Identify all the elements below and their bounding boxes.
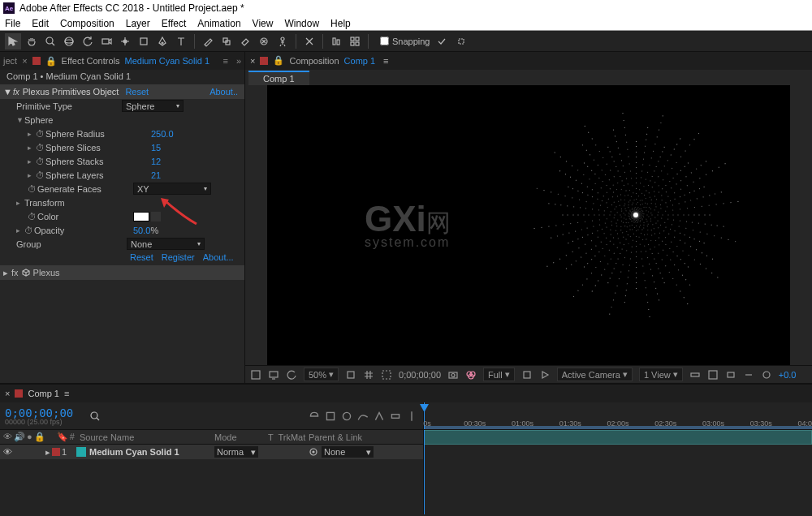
exposure-icon[interactable] bbox=[761, 369, 772, 381]
generate-faces-dropdown[interactable]: XY▾ bbox=[133, 183, 211, 195]
effect-header-plexus[interactable]: ▸ fx Plexus bbox=[0, 265, 244, 280]
composition-name[interactable]: Comp 1 bbox=[344, 56, 376, 66]
pixel-aspect-icon[interactable] bbox=[725, 369, 736, 381]
twirl-icon[interactable]: ▸ bbox=[16, 226, 24, 234]
clone-tool-icon[interactable] bbox=[218, 33, 235, 49]
stopwatch-icon[interactable]: ⏱ bbox=[24, 226, 34, 235]
pickwhip-icon[interactable] bbox=[309, 447, 318, 457]
ruler-icon[interactable] bbox=[689, 369, 701, 381]
fast-preview-icon[interactable] bbox=[743, 369, 754, 381]
hand-tool-icon[interactable] bbox=[24, 33, 40, 49]
mask-icon[interactable] bbox=[381, 369, 392, 381]
refresh-icon[interactable] bbox=[286, 369, 297, 381]
view-dropdown[interactable]: 1 View▾ bbox=[639, 368, 683, 381]
local-axis-icon[interactable] bbox=[301, 33, 317, 49]
frame-blend-icon[interactable] bbox=[324, 410, 337, 423]
timeline-track-area[interactable]: 0s00:30s01:00s01:30s02:00s02:30s03:00s03… bbox=[424, 402, 812, 514]
search-icon[interactable] bbox=[89, 411, 101, 422]
snap-extend-icon[interactable] bbox=[453, 33, 469, 49]
menu-help[interactable]: Help bbox=[330, 18, 351, 29]
layer-color-tag[interactable] bbox=[52, 448, 60, 456]
group-transform[interactable]: ▸ Transform bbox=[0, 196, 244, 209]
text-tool-icon[interactable] bbox=[173, 33, 189, 49]
track-rows[interactable] bbox=[424, 430, 812, 514]
menu-window[interactable]: Window bbox=[284, 18, 319, 29]
footer-reset-link[interactable]: Reset bbox=[130, 252, 153, 262]
puppet-tool-icon[interactable] bbox=[274, 33, 291, 49]
color-mgmt-icon[interactable] bbox=[465, 369, 477, 381]
camera-tool-icon[interactable] bbox=[98, 33, 114, 49]
snapping-checkbox[interactable] bbox=[380, 37, 389, 45]
parent-dropdown[interactable]: None▾ bbox=[322, 446, 374, 458]
effect-controls-tab-label[interactable]: Effect Controls bbox=[62, 56, 120, 66]
stopwatch-icon[interactable]: ⏱ bbox=[36, 129, 45, 139]
render-icon[interactable] bbox=[539, 369, 551, 381]
layer-name[interactable]: Medium Cyan Solid 1 bbox=[89, 447, 179, 457]
twirl-icon[interactable]: ▸ bbox=[45, 447, 50, 458]
twirl-icon[interactable]: ▸ bbox=[3, 268, 8, 278]
grid-toggle-icon[interactable] bbox=[363, 369, 374, 381]
primitive-type-dropdown[interactable]: Sphere▾ bbox=[122, 100, 184, 112]
brush-tool-icon[interactable] bbox=[200, 33, 216, 49]
color-swatch[interactable] bbox=[133, 212, 149, 221]
twirl-icon[interactable]: ▸ bbox=[28, 157, 36, 166]
draft3d-icon[interactable] bbox=[373, 410, 386, 423]
layer-color-swatch[interactable] bbox=[76, 447, 86, 457]
rotobrush-tool-icon[interactable] bbox=[256, 33, 272, 49]
blend-mode-dropdown[interactable]: Norma▾ bbox=[214, 446, 258, 458]
selection-tool-icon[interactable] bbox=[5, 33, 21, 49]
col-parent[interactable]: Parent & Link bbox=[309, 432, 423, 442]
footer-about-link[interactable]: About... bbox=[203, 252, 234, 262]
about-link[interactable]: About.. bbox=[209, 87, 238, 97]
menu-layer[interactable]: Layer bbox=[126, 18, 150, 29]
orbit-tool-icon[interactable] bbox=[61, 33, 77, 49]
fx-badge-icon[interactable]: fx bbox=[13, 88, 19, 97]
stopwatch-icon[interactable]: ⏱ bbox=[36, 170, 45, 180]
3d-icon[interactable] bbox=[521, 369, 533, 381]
effect-header-plexus-primitives[interactable]: ▼ fx Plexus Primitives Object Reset Abou… bbox=[0, 84, 244, 99]
motion-blur-icon[interactable] bbox=[340, 410, 353, 423]
viewer-timecode[interactable]: 0;00;00;00 bbox=[399, 370, 441, 380]
twirl-icon[interactable]: ▸ bbox=[16, 199, 24, 207]
twirl-icon[interactable]: ▸ bbox=[28, 171, 36, 179]
switches-icon[interactable] bbox=[389, 410, 402, 423]
sphere-slices-value[interactable]: 15 bbox=[151, 143, 161, 153]
composition-viewer[interactable]: GXi网 system.com bbox=[245, 85, 812, 365]
twirl-icon[interactable]: ▸ bbox=[28, 144, 36, 152]
menu-animation[interactable]: Animation bbox=[197, 18, 240, 29]
reset-link[interactable]: Reset bbox=[125, 87, 149, 97]
col-source-name[interactable]: Source Name bbox=[76, 432, 214, 442]
eraser-tool-icon[interactable] bbox=[237, 33, 253, 49]
panel-menu-icon[interactable]: ≡ bbox=[222, 56, 227, 66]
timeline-tab[interactable]: Comp 1 bbox=[28, 389, 59, 398]
guide-icon[interactable] bbox=[707, 369, 719, 381]
opacity-value[interactable]: 50.0 bbox=[133, 226, 150, 235]
exposure-value[interactable]: +0.0 bbox=[779, 370, 797, 380]
menu-view[interactable]: View bbox=[253, 18, 274, 29]
menu-effect[interactable]: Effect bbox=[162, 18, 186, 29]
layer-row[interactable]: 👁 ▸ 1 Medium Cyan Solid 1 Norma▾ None▾ bbox=[0, 445, 423, 459]
grid-icon[interactable] bbox=[347, 33, 363, 49]
snap-opts-icon[interactable] bbox=[434, 33, 450, 49]
rotate-tool-icon[interactable] bbox=[80, 33, 96, 49]
sphere-stacks-value[interactable]: 12 bbox=[151, 157, 161, 166]
graph-editor-icon[interactable] bbox=[356, 410, 369, 423]
menu-file[interactable]: File bbox=[5, 18, 20, 29]
col-mode[interactable]: Mode bbox=[214, 432, 268, 442]
twirl-icon[interactable]: ▸ bbox=[28, 130, 36, 138]
lock-icon[interactable]: 🔒 bbox=[45, 56, 57, 67]
group-dropdown[interactable]: None▾ bbox=[127, 238, 205, 250]
stopwatch-icon[interactable]: ⏱ bbox=[28, 184, 37, 194]
pen-tool-icon[interactable] bbox=[154, 33, 171, 49]
stopwatch-icon[interactable]: ⏱ bbox=[36, 157, 45, 166]
twirl-icon[interactable]: ▼ bbox=[16, 116, 24, 124]
time-ruler[interactable]: 0s00:30s01:00s01:30s02:00s02:30s03:00s03… bbox=[424, 402, 812, 430]
quality-dropdown[interactable]: Full▾ bbox=[483, 368, 515, 381]
sphere-layers-value[interactable]: 21 bbox=[151, 170, 161, 180]
alpha-icon[interactable] bbox=[250, 369, 261, 381]
menu-composition[interactable]: Composition bbox=[60, 18, 114, 29]
res-icon[interactable] bbox=[345, 369, 356, 381]
lock-icon[interactable]: 🔒 bbox=[273, 55, 284, 66]
camera-dropdown[interactable]: Active Camera▾ bbox=[557, 368, 633, 381]
zoom-dropdown[interactable]: 50%▾ bbox=[304, 368, 339, 381]
